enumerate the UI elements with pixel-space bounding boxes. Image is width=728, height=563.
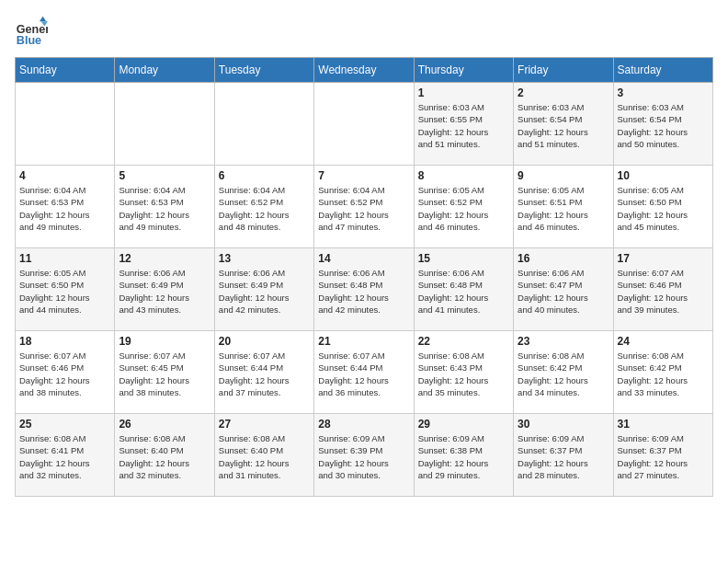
calendar-cell: 25Sunrise: 6:08 AM Sunset: 6:41 PM Dayli… <box>16 414 115 497</box>
day-number: 16 <box>518 252 609 265</box>
day-info: Sunrise: 6:05 AM Sunset: 6:52 PM Dayligh… <box>418 184 509 233</box>
day-number: 9 <box>518 169 609 182</box>
day-number: 22 <box>418 335 509 348</box>
day-info: Sunrise: 6:08 AM Sunset: 6:41 PM Dayligh… <box>19 432 110 481</box>
calendar-cell: 3Sunrise: 6:03 AM Sunset: 6:54 PM Daylig… <box>613 83 712 166</box>
day-info: Sunrise: 6:03 AM Sunset: 6:54 PM Dayligh… <box>518 101 609 150</box>
day-header-thursday: Thursday <box>414 58 513 83</box>
day-info: Sunrise: 6:07 AM Sunset: 6:46 PM Dayligh… <box>618 267 709 316</box>
day-number: 19 <box>119 335 210 348</box>
calendar-cell: 6Sunrise: 6:04 AM Sunset: 6:52 PM Daylig… <box>214 166 313 248</box>
day-info: Sunrise: 6:08 AM Sunset: 6:40 PM Dayligh… <box>219 432 310 481</box>
svg-marker-2 <box>40 17 46 21</box>
day-info: Sunrise: 6:07 AM Sunset: 6:46 PM Dayligh… <box>19 350 110 398</box>
day-info: Sunrise: 6:09 AM Sunset: 6:37 PM Dayligh… <box>518 432 609 481</box>
calendar-cell: 14Sunrise: 6:06 AM Sunset: 6:48 PM Dayli… <box>314 248 414 331</box>
day-number: 6 <box>219 169 310 182</box>
calendar-cell: 7Sunrise: 6:04 AM Sunset: 6:52 PM Daylig… <box>314 166 414 248</box>
day-number: 29 <box>418 418 509 431</box>
day-info: Sunrise: 6:04 AM Sunset: 6:53 PM Dayligh… <box>119 184 210 233</box>
day-info: Sunrise: 6:09 AM Sunset: 6:37 PM Dayligh… <box>618 432 709 481</box>
day-number: 15 <box>418 252 509 265</box>
svg-text:Blue: Blue <box>17 34 41 47</box>
calendar-cell: 29Sunrise: 6:09 AM Sunset: 6:38 PM Dayli… <box>414 414 513 497</box>
day-info: Sunrise: 6:06 AM Sunset: 6:48 PM Dayligh… <box>318 267 409 316</box>
calendar-cell: 11Sunrise: 6:05 AM Sunset: 6:50 PM Dayli… <box>16 248 115 331</box>
day-number: 24 <box>618 335 709 348</box>
calendar-cell: 2Sunrise: 6:03 AM Sunset: 6:54 PM Daylig… <box>514 83 613 166</box>
calendar-cell: 24Sunrise: 6:08 AM Sunset: 6:42 PM Dayli… <box>613 331 712 414</box>
day-number: 21 <box>318 335 409 348</box>
day-number: 28 <box>318 418 409 431</box>
day-number: 5 <box>119 169 210 182</box>
week-row-2: 4Sunrise: 6:04 AM Sunset: 6:53 PM Daylig… <box>16 166 713 248</box>
calendar-cell: 30Sunrise: 6:09 AM Sunset: 6:37 PM Dayli… <box>514 414 613 497</box>
day-info: Sunrise: 6:07 AM Sunset: 6:44 PM Dayligh… <box>219 350 310 398</box>
day-number: 30 <box>518 418 609 431</box>
day-header-wednesday: Wednesday <box>314 58 414 83</box>
day-info: Sunrise: 6:05 AM Sunset: 6:50 PM Dayligh… <box>618 184 709 233</box>
day-info: Sunrise: 6:08 AM Sunset: 6:43 PM Dayligh… <box>418 350 509 398</box>
calendar-cell: 12Sunrise: 6:06 AM Sunset: 6:49 PM Dayli… <box>115 248 214 331</box>
week-row-4: 18Sunrise: 6:07 AM Sunset: 6:46 PM Dayli… <box>16 331 713 414</box>
day-info: Sunrise: 6:04 AM Sunset: 6:53 PM Dayligh… <box>19 184 110 233</box>
day-number: 27 <box>219 418 310 431</box>
calendar-cell: 21Sunrise: 6:07 AM Sunset: 6:44 PM Dayli… <box>314 331 414 414</box>
day-number: 18 <box>19 335 110 348</box>
day-info: Sunrise: 6:04 AM Sunset: 6:52 PM Dayligh… <box>318 184 409 233</box>
day-info: Sunrise: 6:08 AM Sunset: 6:40 PM Dayligh… <box>119 432 210 481</box>
day-header-friday: Friday <box>514 58 613 83</box>
calendar-cell: 5Sunrise: 6:04 AM Sunset: 6:53 PM Daylig… <box>115 166 214 248</box>
calendar-cell: 16Sunrise: 6:06 AM Sunset: 6:47 PM Dayli… <box>514 248 613 331</box>
calendar-cell <box>314 83 414 166</box>
calendar-cell: 4Sunrise: 6:04 AM Sunset: 6:53 PM Daylig… <box>16 166 115 248</box>
day-info: Sunrise: 6:08 AM Sunset: 6:42 PM Dayligh… <box>518 350 609 398</box>
calendar-cell: 31Sunrise: 6:09 AM Sunset: 6:37 PM Dayli… <box>613 414 712 497</box>
day-number: 10 <box>618 169 709 182</box>
day-info: Sunrise: 6:05 AM Sunset: 6:51 PM Dayligh… <box>518 184 609 233</box>
day-number: 12 <box>119 252 210 265</box>
day-number: 25 <box>19 418 110 431</box>
calendar-cell: 15Sunrise: 6:06 AM Sunset: 6:48 PM Dayli… <box>414 248 513 331</box>
day-number: 13 <box>219 252 310 265</box>
day-number: 14 <box>318 252 409 265</box>
day-number: 1 <box>418 86 509 99</box>
day-info: Sunrise: 6:09 AM Sunset: 6:38 PM Dayligh… <box>418 432 509 481</box>
page-header: General Blue <box>15 15 713 48</box>
day-header-saturday: Saturday <box>613 58 712 83</box>
calendar-cell <box>214 83 313 166</box>
day-info: Sunrise: 6:08 AM Sunset: 6:42 PM Dayligh… <box>618 350 709 398</box>
day-info: Sunrise: 6:05 AM Sunset: 6:50 PM Dayligh… <box>19 267 110 316</box>
calendar-cell: 9Sunrise: 6:05 AM Sunset: 6:51 PM Daylig… <box>514 166 613 248</box>
week-row-1: 1Sunrise: 6:03 AM Sunset: 6:55 PM Daylig… <box>16 83 713 166</box>
day-number: 11 <box>19 252 110 265</box>
week-row-3: 11Sunrise: 6:05 AM Sunset: 6:50 PM Dayli… <box>16 248 713 331</box>
calendar-cell: 28Sunrise: 6:09 AM Sunset: 6:39 PM Dayli… <box>314 414 414 497</box>
calendar-cell: 26Sunrise: 6:08 AM Sunset: 6:40 PM Dayli… <box>115 414 214 497</box>
day-info: Sunrise: 6:03 AM Sunset: 6:55 PM Dayligh… <box>418 101 509 150</box>
day-info: Sunrise: 6:06 AM Sunset: 6:47 PM Dayligh… <box>518 267 609 316</box>
day-info: Sunrise: 6:07 AM Sunset: 6:45 PM Dayligh… <box>119 350 210 398</box>
day-info: Sunrise: 6:04 AM Sunset: 6:52 PM Dayligh… <box>219 184 310 233</box>
day-header-tuesday: Tuesday <box>214 58 313 83</box>
calendar-cell: 8Sunrise: 6:05 AM Sunset: 6:52 PM Daylig… <box>414 166 513 248</box>
week-row-5: 25Sunrise: 6:08 AM Sunset: 6:41 PM Dayli… <box>16 414 713 497</box>
day-info: Sunrise: 6:06 AM Sunset: 6:49 PM Dayligh… <box>119 267 210 316</box>
calendar-table: SundayMondayTuesdayWednesdayThursdayFrid… <box>15 57 713 497</box>
calendar-cell: 19Sunrise: 6:07 AM Sunset: 6:45 PM Dayli… <box>115 331 214 414</box>
day-info: Sunrise: 6:09 AM Sunset: 6:39 PM Dayligh… <box>318 432 409 481</box>
day-number: 20 <box>219 335 310 348</box>
calendar-cell: 1Sunrise: 6:03 AM Sunset: 6:55 PM Daylig… <box>414 83 513 166</box>
day-info: Sunrise: 6:06 AM Sunset: 6:48 PM Dayligh… <box>418 267 509 316</box>
calendar-cell: 22Sunrise: 6:08 AM Sunset: 6:43 PM Dayli… <box>414 331 513 414</box>
calendar-cell <box>16 83 115 166</box>
day-number: 31 <box>618 418 709 431</box>
day-info: Sunrise: 6:07 AM Sunset: 6:44 PM Dayligh… <box>318 350 409 398</box>
day-header-sunday: Sunday <box>16 58 115 83</box>
day-number: 17 <box>618 252 709 265</box>
calendar-cell: 10Sunrise: 6:05 AM Sunset: 6:50 PM Dayli… <box>613 166 712 248</box>
logo-icon: General Blue <box>15 15 48 48</box>
day-number: 4 <box>19 169 110 182</box>
day-number: 23 <box>518 335 609 348</box>
day-number: 7 <box>318 169 409 182</box>
